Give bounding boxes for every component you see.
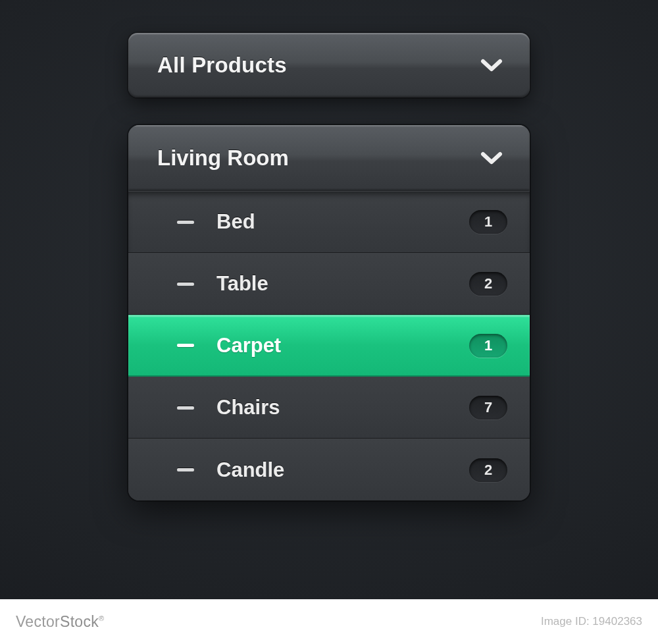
count-badge: 2 (469, 458, 507, 482)
dash-icon (177, 221, 194, 224)
menu-item-label: Chairs (216, 396, 280, 419)
menu-item-label: Carpet (216, 334, 281, 358)
menu-item-label: Table (216, 272, 268, 296)
dash-icon (177, 406, 194, 410)
count-badge: 2 (469, 272, 507, 296)
all-products-dropdown[interactable]: All Products (128, 33, 530, 97)
count-badge: 1 (469, 334, 507, 358)
menu-item-table[interactable]: Table 2 (128, 253, 530, 315)
menu-item-chairs[interactable]: Chairs 7 (128, 377, 530, 439)
brand-prefix: Vector (16, 613, 60, 630)
menu-item-bed[interactable]: Bed 1 (128, 191, 530, 253)
brand-text: VectorStock® (16, 613, 104, 631)
living-room-header[interactable]: Living Room (128, 125, 530, 191)
brand-suffix: Stock (60, 613, 99, 630)
dash-icon (177, 282, 194, 286)
menu-item-label: Bed (216, 210, 255, 234)
count-badge: 1 (469, 210, 507, 234)
dash-icon (177, 468, 194, 471)
menu-list: Bed 1 Table 2 Carpet 1 Chairs 7 Candle (128, 191, 530, 500)
chevron-down-icon (480, 150, 503, 166)
all-products-label: All Products (157, 53, 287, 78)
menu-item-label: Candle (216, 458, 284, 482)
count-badge: 7 (469, 396, 507, 419)
living-room-label: Living Room (157, 146, 289, 171)
menu-item-carpet[interactable]: Carpet 1 (128, 315, 530, 377)
chevron-down-icon (480, 57, 503, 73)
living-room-dropdown-panel: Living Room Bed 1 Table 2 Carpet 1 (128, 125, 530, 500)
image-id-text: Image ID: 19402363 (541, 615, 642, 628)
dash-icon (177, 344, 194, 347)
watermark-footer: VectorStock® Image ID: 19402363 (0, 599, 658, 644)
menu-item-candle[interactable]: Candle 2 (128, 439, 530, 500)
